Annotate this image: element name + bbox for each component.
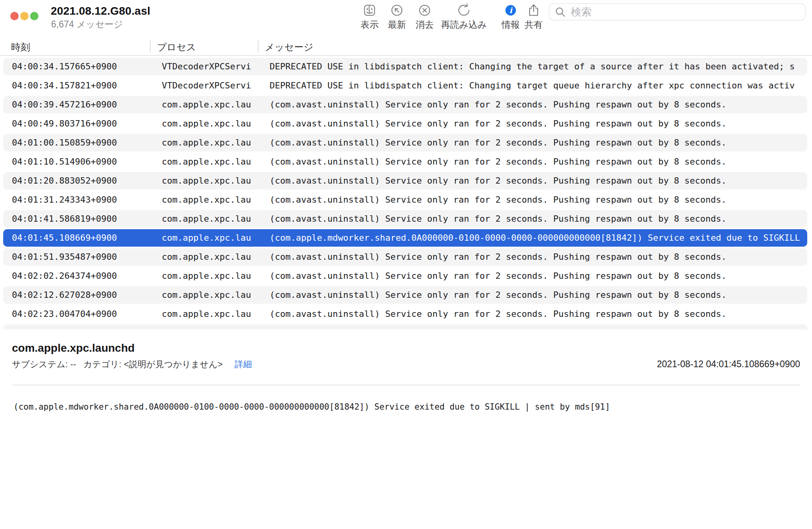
search-field[interactable] bbox=[549, 3, 806, 21]
cell-time: 04:00:39.457216+0900 bbox=[12, 95, 117, 114]
cell-time: 04:02:12.627028+0900 bbox=[12, 286, 117, 305]
close-button[interactable] bbox=[10, 12, 19, 20]
table-row[interactable]: 04:02:23.004704+0900com.apple.xpc.lau(co… bbox=[0, 305, 812, 324]
message-count-label: 6,674 メッセージ bbox=[51, 18, 123, 31]
info-button[interactable]: i 情報 bbox=[502, 3, 520, 31]
cell-message: (com.avast.uninstall) Service only ran f… bbox=[270, 286, 806, 305]
column-header-time[interactable]: 時刻 bbox=[11, 41, 30, 54]
window-title: 2021.08.12.G80.asl bbox=[51, 5, 150, 17]
cell-process: com.apple.xpc.lau bbox=[162, 286, 251, 305]
cell-message: (com.avast.uninstall) Service only ran f… bbox=[270, 247, 806, 266]
cell-time: 04:01:51.935487+0900 bbox=[12, 247, 117, 266]
detail-pane: com.apple.xpc.launchd サブシステム: -- カテゴリ: <… bbox=[0, 340, 812, 529]
toolbar-item-label: 表示 bbox=[360, 19, 379, 31]
cell-message: (com.avast.uninstall) Service only ran f… bbox=[270, 152, 806, 171]
detail-category: カテゴリ: <説明が見つかりません> bbox=[83, 358, 223, 370]
cell-message: DEPRECATED USE in libdispatch client: Ch… bbox=[270, 57, 806, 76]
cell-message: DEPRECATED USE in libdispatch client: Ch… bbox=[270, 76, 806, 95]
detail-meta-row: サブシステム: -- カテゴリ: <説明が見つかりません> 詳細 2021-08… bbox=[12, 358, 800, 370]
cell-message: (com.avast.uninstall) Service only ran f… bbox=[270, 266, 806, 286]
cell-process: com.apple.xpc.lau bbox=[162, 95, 251, 114]
table-row[interactable]: 04:00:39.457216+0900com.apple.xpc.lau(co… bbox=[0, 95, 812, 114]
column-header-process[interactable]: プロセス bbox=[157, 41, 196, 54]
cell-process: com.apple.xpc.lau bbox=[162, 266, 251, 286]
table-row[interactable]: 04:00:34.157665+0900VTDecoderXPCServiDEP… bbox=[0, 57, 812, 76]
cell-time: 04:02:02.264374+0900 bbox=[12, 266, 117, 286]
table-row[interactable]: 04:01:51.935487+0900com.apple.xpc.lau(co… bbox=[0, 247, 812, 266]
cell-message: (com.apple.mdworker.shared.0A000000-0100… bbox=[270, 228, 806, 247]
clear-button[interactable]: 消去 bbox=[416, 3, 434, 31]
finder-icon bbox=[362, 3, 377, 17]
cell-time: 04:01:00.150859+0900 bbox=[12, 133, 117, 152]
cell-process: com.apple.xpc.lau bbox=[162, 114, 251, 133]
table-row[interactable]: 04:00:34.157821+0900VTDecoderXPCServiDEP… bbox=[0, 76, 812, 95]
window-titlebar: 2021.08.12.G80.asl 6,674 メッセージ 表示 最新 消去 bbox=[0, 0, 812, 38]
column-header-message[interactable]: メッセージ bbox=[265, 41, 313, 54]
toolbar-item-label: 最新 bbox=[388, 19, 406, 31]
detail-subsystem: サブシステム: -- bbox=[12, 358, 76, 370]
cell-message: (com.avast.uninstall) Service only ran f… bbox=[270, 305, 806, 324]
search-input[interactable] bbox=[570, 6, 800, 19]
reveal-in-finder-button[interactable]: 表示 bbox=[360, 3, 379, 31]
info-icon: i bbox=[504, 3, 518, 17]
cell-time: 04:00:34.157665+0900 bbox=[12, 57, 117, 76]
share-button[interactable]: 共有 bbox=[525, 3, 543, 31]
column-separator[interactable] bbox=[150, 40, 151, 52]
cell-time: 04:01:20.883052+0900 bbox=[12, 171, 117, 190]
cell-time: 04:00:34.157821+0900 bbox=[12, 76, 117, 95]
toolbar-item-label: 消去 bbox=[416, 19, 434, 31]
arrow-up-left-icon bbox=[390, 3, 404, 17]
minimize-button[interactable] bbox=[20, 12, 29, 20]
table-row[interactable]: 04:01:31.243343+0900com.apple.xpc.lau(co… bbox=[0, 190, 812, 209]
cell-process: com.apple.xpc.lau bbox=[162, 171, 251, 190]
cell-process: VTDecoderXPCServi bbox=[162, 76, 251, 95]
zoom-button[interactable] bbox=[30, 12, 38, 20]
cell-message: (com.avast.uninstall) Service only ran f… bbox=[270, 95, 806, 114]
table-row[interactable]: 04:01:20.883052+0900com.apple.xpc.lau(co… bbox=[0, 171, 812, 190]
cell-process: VTDecoderXPCServi bbox=[162, 57, 251, 76]
detail-divider bbox=[12, 385, 800, 385]
cell-process: com.apple.xpc.lau bbox=[162, 305, 251, 324]
table-row[interactable]: 04:01:41.586819+0900com.apple.xpc.lau(co… bbox=[0, 209, 812, 228]
cell-time: 04:01:41.586819+0900 bbox=[12, 209, 117, 228]
reload-button[interactable]: 再読み込み bbox=[441, 3, 487, 31]
toolbar-item-label: 共有 bbox=[525, 19, 543, 31]
cell-message: (com.avast.uninstall) Service only ran f… bbox=[270, 114, 806, 133]
share-icon bbox=[527, 3, 541, 17]
cell-time: 04:02:23.004704+0900 bbox=[12, 305, 117, 324]
column-separator[interactable] bbox=[258, 40, 259, 52]
cell-time: 04:00:49.803716+0900 bbox=[12, 114, 117, 133]
detail-timestamp: 2021-08-12 04:01:45.108669+0900 bbox=[657, 359, 800, 370]
cell-message: (com.avast.uninstall) Service only ran f… bbox=[270, 190, 806, 209]
cell-message: (com.avast.uninstall) Service only ran f… bbox=[270, 133, 806, 152]
jump-to-latest-button[interactable]: 最新 bbox=[388, 3, 406, 31]
table-row[interactable]: 04:00:49.803716+0900com.apple.xpc.lau(co… bbox=[0, 114, 812, 133]
table-row[interactable]: 04:02:02.264374+0900com.apple.xpc.lau(co… bbox=[0, 266, 812, 286]
cell-time: 04:01:45.108669+0900 bbox=[12, 228, 117, 247]
table-row[interactable]: 04:01:00.150859+0900com.apple.xpc.lau(co… bbox=[0, 133, 812, 152]
cell-message: (com.avast.uninstall) Service only ran f… bbox=[270, 171, 806, 190]
cell-process: com.apple.xpc.lau bbox=[162, 228, 251, 247]
toolbar-item-label: 再読み込み bbox=[441, 19, 487, 31]
table-row-partial[interactable] bbox=[3, 324, 807, 330]
table-row[interactable]: 04:01:10.514906+0900com.apple.xpc.lau(co… bbox=[0, 152, 812, 171]
cell-process: com.apple.xpc.lau bbox=[162, 209, 251, 228]
clear-icon bbox=[417, 3, 432, 17]
table-header: 時刻 プロセス メッセージ bbox=[0, 38, 812, 56]
cell-process: com.apple.xpc.lau bbox=[162, 190, 251, 209]
cell-process: com.apple.xpc.lau bbox=[162, 133, 251, 152]
search-icon bbox=[554, 6, 566, 18]
table-row[interactable]: 04:02:12.627028+0900com.apple.xpc.lau(co… bbox=[0, 286, 812, 305]
details-link[interactable]: 詳細 bbox=[235, 358, 252, 370]
cell-time: 04:01:31.243343+0900 bbox=[12, 190, 117, 209]
cell-process: com.apple.xpc.lau bbox=[162, 247, 251, 266]
table-row-selected[interactable]: 04:01:45.108669+0900com.apple.xpc.lau(co… bbox=[0, 228, 812, 247]
reload-icon bbox=[457, 3, 471, 17]
detail-message: (com.apple.mdworker.shared.0A000000-0100… bbox=[13, 402, 804, 412]
log-table: 04:00:34.157665+0900VTDecoderXPCServiDEP… bbox=[0, 57, 812, 324]
cell-message: (com.avast.uninstall) Service only ran f… bbox=[270, 209, 806, 228]
cell-time: 04:01:10.514906+0900 bbox=[12, 152, 117, 171]
detail-process-title: com.apple.xpc.launchd bbox=[12, 342, 135, 355]
cell-process: com.apple.xpc.lau bbox=[162, 152, 251, 171]
toolbar-item-label: 情報 bbox=[502, 19, 520, 31]
